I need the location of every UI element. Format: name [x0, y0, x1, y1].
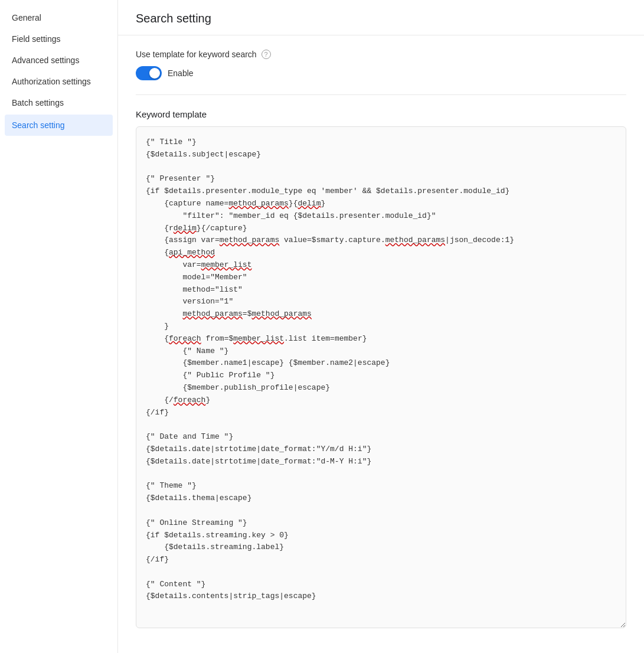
- sidebar: General Field settings Advanced settings…: [0, 0, 118, 653]
- page-title: Search setting: [136, 12, 626, 25]
- content-area: Use template for keyword search ? Enable…: [118, 35, 644, 642]
- toggle-label-row: Use template for keyword search ?: [136, 50, 626, 59]
- page-header: Search setting: [118, 0, 644, 35]
- sidebar-item-batch-settings[interactable]: Batch settings: [0, 92, 117, 113]
- sidebar-item-general[interactable]: General: [0, 7, 117, 28]
- sidebar-item-field-settings[interactable]: Field settings: [0, 28, 117, 50]
- sidebar-item-advanced-settings[interactable]: Advanced settings: [0, 50, 117, 71]
- main-content: Search setting Use template for keyword …: [118, 0, 644, 653]
- toggle-section: Use template for keyword search ? Enable: [136, 50, 626, 95]
- help-icon[interactable]: ?: [261, 50, 271, 59]
- enable-label: Enable: [168, 68, 194, 78]
- keyword-template-editor[interactable]: {" Title "} {$details.subject|escape} {"…: [136, 126, 626, 628]
- sidebar-item-authorization-settings[interactable]: Authorization settings: [0, 71, 117, 92]
- enable-toggle[interactable]: [136, 66, 162, 80]
- keyword-template-section: Keyword template {" Title "} {$details.s…: [136, 109, 626, 628]
- sidebar-item-search-setting[interactable]: Search setting: [5, 115, 113, 136]
- keyword-template-title: Keyword template: [136, 109, 626, 119]
- toggle-label: Use template for keyword search: [136, 50, 257, 59]
- toggle-row: Enable: [136, 66, 626, 80]
